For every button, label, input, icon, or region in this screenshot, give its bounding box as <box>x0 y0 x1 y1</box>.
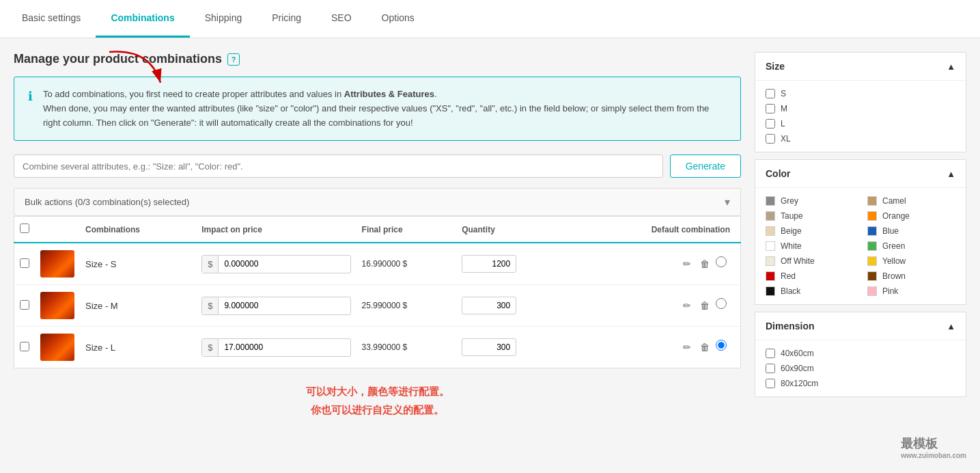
row-l-qty[interactable] <box>462 338 516 356</box>
white-label: White <box>781 241 802 251</box>
row-l-checkbox[interactable] <box>20 342 29 351</box>
dim-40x60-checkbox[interactable] <box>766 349 775 358</box>
row-s-impact-input[interactable] <box>219 256 280 272</box>
row-m-impact-input[interactable] <box>219 297 280 314</box>
dim-80x120[interactable]: 80x120cm <box>766 379 955 388</box>
search-input[interactable] <box>14 154 663 178</box>
size-l-checkbox[interactable] <box>766 119 775 129</box>
size-m-checkbox[interactable] <box>766 104 775 113</box>
table-row: Size - L $ 33.990000 $ ✏ 🗑 <box>14 327 741 368</box>
size-section: Size ▲ S M L XL <box>755 52 966 152</box>
yellow-swatch <box>867 256 877 266</box>
grey-swatch <box>766 196 775 206</box>
color-grey[interactable]: Grey <box>766 196 854 206</box>
size-l-label: L <box>781 119 785 129</box>
chinese-annotation: 可以对大小，颜色等进行配置。 你也可以进行自定义的配置。 <box>14 382 741 419</box>
dimension-collapse-icon: ▲ <box>947 321 955 332</box>
generate-button[interactable]: Generate <box>670 154 741 178</box>
row-s-qty[interactable] <box>462 255 516 273</box>
color-taupe[interactable]: Taupe <box>766 211 854 221</box>
row-s-thumbnail <box>40 250 74 278</box>
tab-seo[interactable]: SEO <box>316 0 367 38</box>
tab-options[interactable]: Options <box>367 0 430 38</box>
color-green[interactable]: Green <box>867 241 955 251</box>
size-section-title: Size <box>766 61 785 72</box>
off-white-swatch <box>766 256 775 266</box>
bulk-actions-bar[interactable]: Bulk actions (0/3 combination(s) selecte… <box>14 188 741 216</box>
row-s-checkbox[interactable] <box>20 258 29 268</box>
table-row: Size - M $ 25.990000 $ ✏ 🗑 <box>14 285 741 327</box>
row-s-delete-button[interactable]: 🗑 <box>697 256 713 271</box>
dim-60x90-label: 60x90cm <box>781 364 814 373</box>
row-m-default-radio[interactable] <box>716 298 727 309</box>
size-xl-label: XL <box>781 134 791 144</box>
dimension-section-header[interactable]: Dimension ▲ <box>755 312 966 340</box>
row-l-impact-input[interactable] <box>219 339 280 355</box>
row-l-thumbnail <box>40 334 74 361</box>
info-link[interactable]: Attributes & Features <box>344 89 434 99</box>
row-s-dollar: $ <box>202 256 219 273</box>
row-l-delete-button[interactable]: 🗑 <box>697 340 713 355</box>
color-section-header[interactable]: Color ▲ <box>755 160 966 188</box>
grey-label: Grey <box>781 196 798 206</box>
size-item-m[interactable]: M <box>766 104 955 113</box>
color-brown[interactable]: Brown <box>867 271 955 281</box>
row-m-edit-button[interactable]: ✏ <box>680 298 695 313</box>
dim-40x60[interactable]: 40x60cm <box>766 349 955 358</box>
color-yellow[interactable]: Yellow <box>867 256 955 266</box>
color-orange[interactable]: Orange <box>867 211 955 221</box>
color-section: Color ▲ Grey Taupe <box>755 159 966 305</box>
col-combinations: Combinations <box>80 217 196 243</box>
row-s-name: Size - S <box>80 243 196 285</box>
color-beige[interactable]: Beige <box>766 226 854 236</box>
select-all-checkbox[interactable] <box>20 224 29 233</box>
size-s-checkbox[interactable] <box>766 89 775 98</box>
row-l-edit-button[interactable]: ✏ <box>680 340 695 355</box>
color-section-title: Color <box>766 168 791 179</box>
col-quantity: Quantity <box>456 217 572 243</box>
tab-shipping[interactable]: Shipping <box>190 0 257 38</box>
camel-label: Camel <box>882 196 906 206</box>
color-off-white[interactable]: Off White <box>766 256 854 266</box>
white-swatch <box>766 241 775 251</box>
row-m-dollar: $ <box>202 297 219 314</box>
tab-basic-settings[interactable]: Basic settings <box>7 0 96 38</box>
dim-40x60-label: 40x60cm <box>781 349 814 358</box>
row-l-dollar: $ <box>202 339 219 356</box>
size-item-xl[interactable]: XL <box>766 134 955 144</box>
row-m-impact-group: $ <box>201 297 350 315</box>
row-m-final-price: 25.990000 $ <box>356 285 457 327</box>
color-black[interactable]: Black <box>766 286 854 296</box>
dim-60x90-checkbox[interactable] <box>766 364 775 373</box>
row-s-default-radio[interactable] <box>716 256 727 267</box>
size-s-label: S <box>781 89 786 98</box>
row-m-qty[interactable] <box>462 297 516 314</box>
size-xl-checkbox[interactable] <box>766 134 775 144</box>
help-icon[interactable]: ? <box>227 53 240 66</box>
color-pink[interactable]: Pink <box>867 286 955 296</box>
row-m-delete-button[interactable]: 🗑 <box>697 298 713 313</box>
row-l-default-radio[interactable] <box>716 340 727 351</box>
size-item-l[interactable]: L <box>766 119 955 129</box>
orange-swatch <box>867 211 877 221</box>
info-box: ℹ To add combinations, you first need to… <box>14 77 741 141</box>
taupe-label: Taupe <box>781 211 803 221</box>
size-section-header[interactable]: Size ▲ <box>755 53 966 81</box>
dim-80x120-checkbox[interactable] <box>766 379 775 388</box>
tab-combinations[interactable]: Combinations <box>96 0 189 38</box>
row-s-edit-button[interactable]: ✏ <box>680 256 695 271</box>
color-red[interactable]: Red <box>766 271 854 281</box>
color-blue[interactable]: Blue <box>867 226 955 236</box>
row-m-checkbox[interactable] <box>20 300 29 310</box>
row-s-impact-group: $ <box>201 255 350 273</box>
blue-label: Blue <box>882 226 899 236</box>
size-item-s[interactable]: S <box>766 89 955 98</box>
green-swatch <box>867 241 877 251</box>
orange-label: Orange <box>882 211 910 221</box>
color-camel[interactable]: Camel <box>867 196 955 206</box>
color-white[interactable]: White <box>766 241 854 251</box>
dim-60x90[interactable]: 60x90cm <box>766 364 955 373</box>
tab-pricing[interactable]: Pricing <box>257 0 316 38</box>
row-l-impact-group: $ <box>201 338 350 357</box>
tabs-bar: Basic settings Combinations Shipping Pri… <box>0 0 980 38</box>
